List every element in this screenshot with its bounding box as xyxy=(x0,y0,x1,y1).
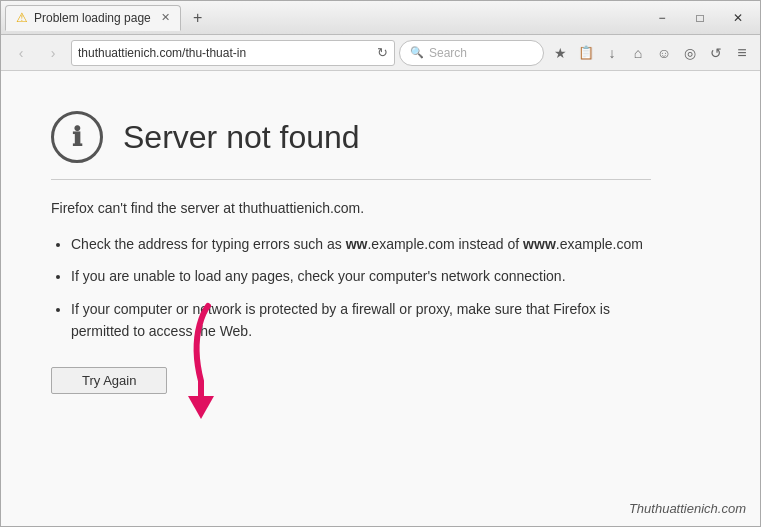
new-tab-button[interactable]: + xyxy=(185,5,211,31)
error-list: Check the address for typing errors such… xyxy=(51,233,651,343)
error-description: Firefox can't find the server at thuthua… xyxy=(51,198,651,219)
bullet1-bold1: ww xyxy=(346,236,368,252)
error-title: Server not found xyxy=(123,119,360,156)
divider xyxy=(51,179,651,180)
download-icon[interactable]: ↓ xyxy=(600,41,624,65)
navigation-bar: ‹ › thuthuattienich.com/thu-thuat-in ↻ 🔍… xyxy=(1,35,760,71)
list-item-3: If your computer or network is protected… xyxy=(71,298,651,343)
warning-icon: ⚠ xyxy=(16,10,28,25)
svg-marker-1 xyxy=(188,396,214,419)
info-icon: ℹ xyxy=(72,122,82,153)
home-icon[interactable]: ⌂ xyxy=(626,41,650,65)
back-button[interactable]: ‹ xyxy=(7,39,35,67)
list-item-1: Check the address for typing errors such… xyxy=(71,233,651,255)
search-placeholder: Search xyxy=(429,46,467,60)
browser-window: ⚠ Problem loading page ✕ + − □ ✕ ‹ › thu… xyxy=(0,0,761,527)
bookmark-icon[interactable]: ★ xyxy=(548,41,572,65)
reader-view-icon[interactable]: 📋 xyxy=(574,41,598,65)
watermark: Thuthuattienich.com xyxy=(629,501,746,516)
url-text: thuthuattienich.com/thu-thuat-in xyxy=(78,46,375,60)
maximize-button[interactable]: □ xyxy=(682,4,718,32)
sync-icon[interactable]: ↺ xyxy=(704,41,728,65)
bullet1-text: Check the address for typing errors such… xyxy=(71,236,643,252)
url-bar[interactable]: thuthuattienich.com/thu-thuat-in ↻ xyxy=(71,40,395,66)
arrow-annotation xyxy=(173,301,243,421)
close-button[interactable]: ✕ xyxy=(720,4,756,32)
title-bar: ⚠ Problem loading page ✕ + − □ ✕ xyxy=(1,1,760,35)
error-icon: ℹ xyxy=(51,111,103,163)
refresh-button[interactable]: ↻ xyxy=(377,45,388,60)
page-content: ℹ Server not found Firefox can't find th… xyxy=(1,71,760,526)
tab-close-button[interactable]: ✕ xyxy=(161,11,170,24)
tab-title: Problem loading page xyxy=(34,11,151,25)
menu-icon[interactable]: ≡ xyxy=(730,41,754,65)
active-tab[interactable]: ⚠ Problem loading page ✕ xyxy=(5,5,181,31)
forward-button[interactable]: › xyxy=(39,39,67,67)
error-page: ℹ Server not found Firefox can't find th… xyxy=(1,71,701,424)
error-header: ℹ Server not found xyxy=(51,111,651,163)
list-item-2: If you are unable to load any pages, che… xyxy=(71,265,651,287)
try-again-button[interactable]: Try Again xyxy=(51,367,167,394)
emoji-icon[interactable]: ☺ xyxy=(652,41,676,65)
bullet1-bold2: www xyxy=(523,236,556,252)
minimize-button[interactable]: − xyxy=(644,4,680,32)
search-bar[interactable]: 🔍 Search xyxy=(399,40,544,66)
shield-icon[interactable]: ◎ xyxy=(678,41,702,65)
window-controls: − □ ✕ xyxy=(644,4,756,32)
search-icon: 🔍 xyxy=(410,46,424,59)
nav-icons: ★ 📋 ↓ ⌂ ☺ ◎ ↺ ≡ xyxy=(548,41,754,65)
